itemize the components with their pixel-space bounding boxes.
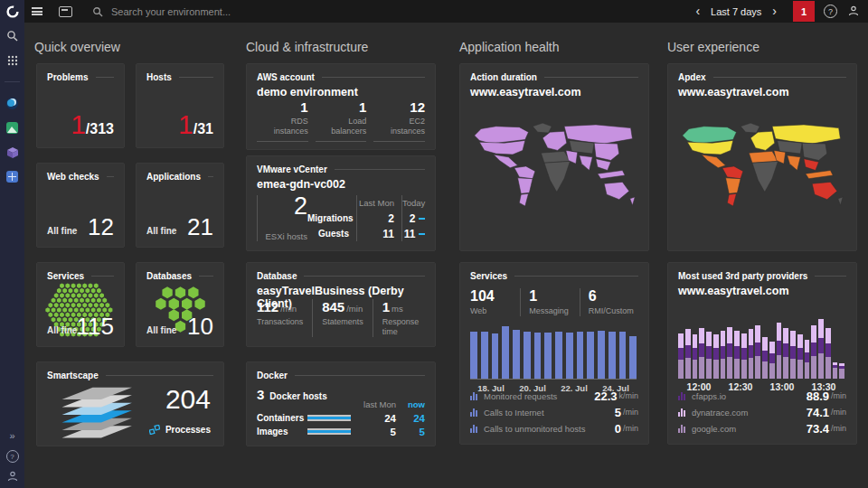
tile-title: Hosts bbox=[146, 72, 172, 82]
sidebar-user-icon[interactable] bbox=[5, 469, 19, 483]
tile-action-duration[interactable]: Action duration www.easytravel.com bbox=[459, 63, 649, 251]
status-label: All fine bbox=[146, 226, 176, 236]
tile-vmware-vcenter[interactable]: VMware vCenter emea-gdn-vc002 Last Mon T… bbox=[246, 155, 436, 251]
metric-rmi-custom: 6RMI/Custom bbox=[580, 288, 638, 316]
app-cube-icon[interactable] bbox=[5, 145, 19, 159]
esxi-hosts: 2 ESXi hosts bbox=[257, 195, 307, 241]
tile-title: Databases bbox=[146, 271, 192, 281]
tile-title: Smartscape bbox=[47, 371, 99, 380]
metric-statements: 845/minStatements bbox=[312, 299, 373, 338]
tile-title: Action duration bbox=[470, 72, 537, 82]
tile-third-party-providers[interactable]: Most used 3rd party providers www.easytr… bbox=[667, 262, 857, 445]
section-title-user-experience: User experience bbox=[667, 40, 760, 54]
tile-problems[interactable]: Problems 1/313 bbox=[36, 63, 125, 148]
tile-smartscape[interactable]: Smartscape 204 Processes bbox=[36, 361, 224, 446]
metric-web: 104Web bbox=[470, 288, 520, 316]
tile-services[interactable]: Services All fine 115 bbox=[36, 262, 125, 347]
app-globe-icon[interactable] bbox=[5, 97, 19, 110]
bar-chart-icon bbox=[470, 392, 478, 400]
sidebar: » ? bbox=[0, 0, 24, 488]
tile-title: AWS account bbox=[257, 72, 315, 82]
bar-chart-icon bbox=[678, 408, 686, 417]
user-icon[interactable] bbox=[848, 4, 859, 20]
time-range-next-icon[interactable]: › bbox=[767, 1, 782, 22]
problems-badge[interactable]: 1 bbox=[793, 1, 815, 22]
application-name: www.easytravel.com bbox=[678, 285, 846, 297]
metric-ec2: 12EC2 instances bbox=[373, 99, 425, 143]
tile-title: Applications bbox=[146, 172, 201, 182]
app-chart-icon[interactable] bbox=[5, 121, 19, 135]
search-input[interactable] bbox=[109, 5, 312, 18]
app-grid-window-icon[interactable] bbox=[5, 170, 19, 183]
status-label: All fine bbox=[146, 325, 176, 335]
tile-title: Apdex bbox=[678, 72, 706, 82]
bar-chart-icon bbox=[678, 392, 686, 400]
services-legend: Monitored requests22.3k/min Calls to Int… bbox=[470, 388, 638, 436]
action-duration-world-map bbox=[471, 120, 637, 214]
tile-web-checks[interactable]: Web checks All fine 12 bbox=[36, 163, 125, 248]
dashboard-icon[interactable] bbox=[59, 6, 72, 17]
help-chat-icon[interactable]: ? bbox=[824, 5, 837, 18]
vcenter-name: emea-gdn-vc002 bbox=[257, 178, 425, 191]
status-label: All fine bbox=[47, 226, 77, 236]
process-icon bbox=[149, 425, 160, 435]
smartscape-layers-icon bbox=[50, 384, 136, 447]
tile-hosts[interactable]: Hosts 1/31 bbox=[136, 63, 224, 148]
tile-apdex[interactable]: Apdex www.easytravel.com bbox=[667, 63, 857, 251]
tile-title: Most used 3rd party providers bbox=[678, 271, 807, 281]
tile-databases[interactable]: Databases All fine 10 bbox=[136, 262, 224, 347]
tile-applications[interactable]: Applications All fine 21 bbox=[136, 163, 224, 248]
metric-rds: 1RDS instances bbox=[257, 99, 308, 143]
dynatrace-logo-icon[interactable] bbox=[5, 5, 19, 18]
section-title-cloud: Cloud & infrastructure bbox=[246, 40, 368, 54]
services-count: 115 bbox=[77, 313, 114, 341]
hosts-problem-count: 1 bbox=[178, 109, 193, 140]
menu-icon[interactable] bbox=[32, 7, 42, 15]
metric-messaging: 1Messaging bbox=[520, 288, 579, 316]
tile-title: Problems bbox=[47, 72, 89, 82]
tile-services-health[interactable]: Services 104Web 1Messaging 6RMI/Custom 1… bbox=[459, 262, 649, 445]
metric-response-time: 1msResponse time bbox=[373, 299, 429, 338]
tile-database[interactable]: Database easyTravelBusiness (Derby Clien… bbox=[246, 262, 436, 347]
web-checks-count: 12 bbox=[88, 213, 114, 241]
problems-open-count: 1 bbox=[71, 109, 86, 140]
tile-docker[interactable]: Docker 3Docker hosts last Mon now Contai… bbox=[246, 361, 436, 446]
bar-chart-icon bbox=[470, 425, 478, 433]
images-bar bbox=[307, 428, 351, 435]
search-icon[interactable] bbox=[92, 6, 103, 17]
third-party-legend: cfapps.io88.9/min dynatrace.com74.1/min … bbox=[678, 388, 846, 436]
trend-flat-icon bbox=[419, 233, 425, 235]
hosts-total: /31 bbox=[193, 121, 213, 137]
tile-title: Services bbox=[47, 271, 84, 281]
tile-title: Docker bbox=[257, 371, 288, 380]
tile-title: VMware vCenter bbox=[257, 164, 327, 174]
search-icon[interactable] bbox=[5, 29, 19, 42]
databases-count: 10 bbox=[187, 313, 213, 341]
bar-chart-icon bbox=[470, 408, 478, 417]
containers-bar bbox=[307, 415, 351, 421]
time-range-label[interactable]: Last 7 days bbox=[705, 6, 767, 17]
tile-aws-account[interactable]: AWS account demo environment 1RDS instan… bbox=[246, 63, 436, 150]
application-name: www.easytravel.com bbox=[470, 86, 638, 99]
aws-account-name: demo environment bbox=[257, 86, 425, 99]
section-title-quick-overview: Quick overview bbox=[34, 40, 120, 54]
sidebar-help-icon[interactable]: ? bbox=[6, 450, 19, 463]
section-title-app-health: Application health bbox=[459, 40, 560, 54]
services-bar-chart bbox=[470, 323, 637, 380]
sidebar-divider bbox=[5, 81, 20, 82]
apps-grid-icon[interactable] bbox=[5, 53, 19, 67]
metric-transactions: 112/minTransactions bbox=[257, 299, 312, 338]
third-party-chart bbox=[678, 314, 844, 379]
bar-chart-icon bbox=[678, 425, 686, 433]
docker-table: last Mon now Containers 24 24 Images 5 5 bbox=[257, 398, 425, 438]
metric-load-balancers: 1Load balancers bbox=[316, 99, 367, 143]
application-name: www.easytravel.com bbox=[678, 86, 846, 99]
topbar: ‹ Last 7 days › 1 ? bbox=[24, 0, 868, 23]
status-label: All fine bbox=[47, 325, 77, 335]
trend-flat-icon bbox=[419, 218, 425, 220]
applications-count: 21 bbox=[187, 213, 213, 241]
tile-title: Database bbox=[257, 271, 297, 281]
sidebar-expand-icon[interactable]: » bbox=[9, 430, 14, 441]
problems-total: /313 bbox=[86, 121, 114, 137]
time-range-prev-icon[interactable]: ‹ bbox=[690, 1, 705, 22]
